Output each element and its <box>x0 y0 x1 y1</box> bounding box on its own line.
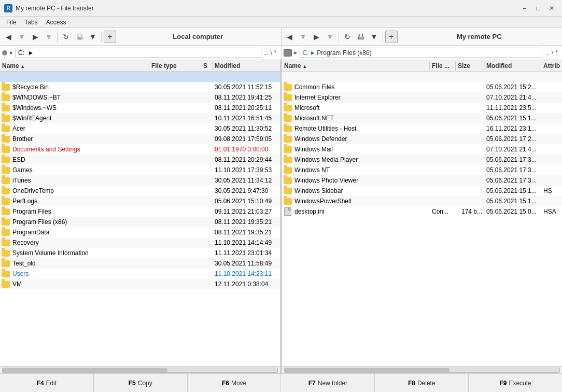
breadcrumb-program-files[interactable]: Program Files (x86) <box>317 49 371 57</box>
table-row[interactable]: Windows NT05.06.2021 17:3... <box>282 165 562 175</box>
local-refresh-btn[interactable]: ↻ <box>60 31 72 43</box>
file-name: $Recycle.Bin <box>10 83 145 91</box>
file-modified: 07.10.2021 21:4... <box>484 146 541 153</box>
minimize-button[interactable]: ‒ <box>518 3 531 13</box>
local-back-btn[interactable]: ◀ <box>2 31 15 43</box>
local-drive-dot[interactable] <box>2 50 7 55</box>
local-add-btn[interactable]: + <box>104 31 116 43</box>
local-wildcard[interactable]: * <box>274 49 277 57</box>
remote-root-dir[interactable]: \ <box>552 49 553 57</box>
local-col-size[interactable]: S <box>201 61 213 71</box>
bottom-btn-move[interactable]: F6Move <box>188 374 282 392</box>
table-row[interactable]: $WINDOWS.~BT08.11.2021 19:41:25 <box>0 92 280 103</box>
bottom-btn-new-folder[interactable]: F7New folder <box>281 374 375 392</box>
table-row[interactable]: Windows Defender05.06.2021 17:2... <box>282 134 562 144</box>
table-row[interactable]: Microsoft.NET05.06.2021 15:1... <box>282 113 562 123</box>
table-row[interactable]: ProgramData08.11.2021 19:35:21 <box>0 227 280 237</box>
local-root-dir[interactable]: \ <box>270 49 272 57</box>
remote-back-dropdown[interactable]: ▼ <box>297 31 310 43</box>
table-row[interactable]: desktop.iniCon...174 b...05.06.2021 15:0… <box>282 206 562 217</box>
remote-computer-btn[interactable]: 🖶 <box>355 31 367 43</box>
local-forward-btn[interactable]: ▶ <box>29 31 41 43</box>
remote-file-list-header: Name File ... Size Modified Attrib <box>282 60 562 72</box>
table-row[interactable]: WindowsPowerShell05.06.2021 15:1... <box>282 196 562 206</box>
folder-icon <box>283 155 292 164</box>
bottom-btn-edit[interactable]: F4Edit <box>0 374 94 392</box>
table-row[interactable] <box>0 72 280 82</box>
table-row[interactable]: Program Files (x86)08.11.2021 19:35:21 <box>0 217 280 227</box>
local-address-input[interactable] <box>16 48 261 58</box>
table-row[interactable]: OneDriveTemp30.05.2021 9:47:30 <box>0 186 280 196</box>
table-row[interactable]: Windows Sidebar05.06.2021 15:1...HS <box>282 186 562 196</box>
remote-drive-sep: ► <box>293 50 299 55</box>
remote-col-type[interactable]: File ... <box>430 61 456 71</box>
local-col-modified[interactable]: Modified <box>213 61 280 71</box>
bottom-btn-copy[interactable]: F5Copy <box>94 374 188 392</box>
table-row[interactable]: Windows Photo Viewer05.06.2021 17:3... <box>282 175 562 186</box>
local-drive-sep: ► <box>9 50 14 55</box>
folder-icon <box>283 82 292 92</box>
table-row[interactable]: System Volume Information11.11.2021 23:0… <box>0 248 280 258</box>
remote-computer-dropdown[interactable]: ▼ <box>368 31 381 43</box>
close-button[interactable]: ✕ <box>545 3 558 13</box>
remote-hscroll[interactable] <box>282 366 562 373</box>
remote-forward-dropdown[interactable]: ▼ <box>324 31 336 43</box>
local-back-dropdown[interactable]: ▼ <box>16 31 28 43</box>
local-computer-btn[interactable]: 🖶 <box>73 31 86 43</box>
menu-access[interactable]: Access <box>42 18 71 27</box>
table-row[interactable]: Acer30.05.2021 11:30:52 <box>0 123 280 134</box>
remote-up-dir[interactable]: .. <box>546 49 550 57</box>
remote-refresh-btn[interactable]: ↻ <box>341 31 354 43</box>
local-forward-dropdown[interactable]: ▼ <box>43 31 55 43</box>
table-row[interactable]: Internet Explorer07.10.2021 21:4... <box>282 92 562 103</box>
table-row[interactable] <box>282 72 562 82</box>
table-row[interactable]: iTunes30.05.2021 11:34:12 <box>0 175 280 186</box>
remote-add-btn[interactable]: + <box>385 31 398 43</box>
address-bar-container: ► .. \ * ► C: ► Program Files (x86) .. \… <box>0 46 562 60</box>
local-col-name[interactable]: Name <box>0 61 149 71</box>
table-row[interactable]: Windows Media Player05.06.2021 17:3... <box>282 155 562 165</box>
remote-forward-btn[interactable]: ▶ <box>311 31 323 43</box>
menu-tabs[interactable]: Tabs <box>20 18 41 27</box>
table-row[interactable]: PerfLogs05.06.2021 15:10:49 <box>0 196 280 206</box>
file-name: $WinREAgent <box>10 115 145 122</box>
maximize-button[interactable]: □ <box>532 3 544 13</box>
breadcrumb-c-drive[interactable]: C: <box>302 49 308 57</box>
table-row[interactable]: Microsoft11.11.2021 23:5... <box>282 103 562 113</box>
folder-icon <box>283 124 292 133</box>
table-row[interactable]: Users11.10.2021 14:23:11 <box>0 269 280 279</box>
file-modified: 08.11.2021 20:29:44 <box>213 156 280 163</box>
file-modified: 11.10.2021 17:39:53 <box>213 166 280 174</box>
local-col-type[interactable]: File type <box>149 61 201 71</box>
table-row[interactable]: Brother09.08.2021 17:59:05 <box>0 134 280 144</box>
remote-back-btn[interactable]: ◀ <box>284 31 296 43</box>
bottom-btn-delete[interactable]: F8Delete <box>375 374 469 392</box>
table-row[interactable]: Games11.10.2021 17:39:53 <box>0 165 280 175</box>
file-modified: 16.11.2021 23:1... <box>484 125 541 132</box>
remote-address-breadcrumb[interactable]: C: ► Program Files (x86) <box>300 48 542 58</box>
table-row[interactable]: Documents and Settings01.01.1970 3:00:00 <box>0 144 280 155</box>
remote-col-modified[interactable]: Modified <box>484 61 541 71</box>
local-file-list: $Recycle.Bin30.05.2021 11:52:15$WINDOWS.… <box>0 72 280 366</box>
local-hscroll[interactable] <box>0 366 280 373</box>
remote-col-name[interactable]: Name <box>282 61 430 71</box>
table-row[interactable]: $Recycle.Bin30.05.2021 11:52:15 <box>0 82 280 92</box>
table-row[interactable]: $WinREAgent10.11.2021 16:51:45 <box>0 113 280 123</box>
menu-file[interactable]: File <box>2 18 20 27</box>
table-row[interactable]: Remote Utilities - Host16.11.2021 23:1..… <box>282 123 562 134</box>
table-row[interactable]: Common Files05.06.2021 15:2... <box>282 82 562 92</box>
table-row[interactable]: Windows Mail07.10.2021 21:4... <box>282 144 562 155</box>
table-row[interactable]: Recovery11.10.2021 14:14:49 <box>0 237 280 248</box>
table-row[interactable]: $Windows.~WS08.11.2021 20:25:11 <box>0 103 280 113</box>
remote-col-attrib[interactable]: Attrib <box>541 61 562 71</box>
file-modified: 08.11.2021 20:25:11 <box>213 104 280 111</box>
local-up-dir[interactable]: .. <box>265 49 269 57</box>
table-row[interactable]: ESD08.11.2021 20:29:44 <box>0 155 280 165</box>
local-computer-dropdown[interactable]: ▼ <box>87 31 99 43</box>
table-row[interactable]: VM12.11.2021 0:38:04 <box>0 279 280 289</box>
table-row[interactable]: Test_old30.05.2021 11:58:49 <box>0 258 280 269</box>
remote-wildcard[interactable]: * <box>555 49 558 57</box>
bottom-btn-execute[interactable]: F9Execute <box>469 374 562 392</box>
remote-col-size[interactable]: Size <box>456 61 484 71</box>
table-row[interactable]: Program Files09.11.2021 21:03:27 <box>0 206 280 217</box>
